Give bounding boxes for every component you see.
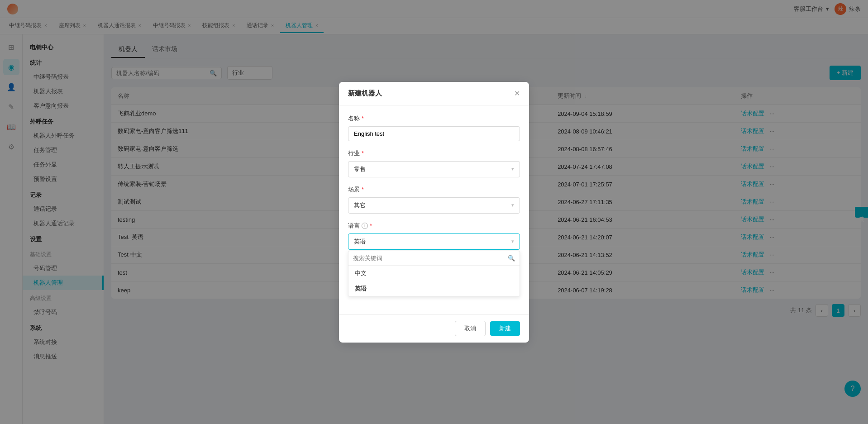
language-form-group: 语言 i * 英语 ▾ 🔍 中文 英语: [348, 222, 520, 297]
search-icon: 🔍: [508, 255, 515, 262]
industry-form-group: 行业 * 零售 ▾: [348, 149, 520, 177]
dropdown-search-input[interactable]: [353, 255, 508, 262]
scene-form-group: 场景 * 其它 ▾: [348, 186, 520, 214]
cancel-button[interactable]: 取消: [455, 321, 486, 336]
industry-select-dropdown[interactable]: 零售 ▾: [348, 161, 520, 177]
required-star: *: [370, 222, 372, 229]
name-input[interactable]: [348, 126, 520, 141]
industry-label: 行业 *: [348, 149, 520, 157]
language-label: 语言 i *: [348, 222, 520, 230]
modal-body: 名称 * 行业 * 零售 ▾ 场景 *: [339, 105, 529, 314]
scene-label: 场景 *: [348, 186, 520, 194]
name-form-group: 名称 *: [348, 114, 520, 141]
required-star: *: [362, 150, 364, 157]
language-select-dropdown[interactable]: 英语 ▾: [348, 233, 520, 250]
dropdown-item-english[interactable]: 英语: [348, 281, 520, 296]
modal-overlay[interactable]: 新建机器人 ✕ 名称 * 行业 * 零售 ▾: [0, 0, 868, 424]
dropdown-item-chinese[interactable]: 中文: [348, 266, 520, 281]
submit-button[interactable]: 新建: [490, 321, 520, 336]
language-dropdown-panel: 🔍 中文 英语: [348, 251, 520, 297]
required-star: *: [362, 186, 364, 193]
chevron-down-icon: ▾: [511, 238, 514, 244]
chevron-down-icon: ▾: [511, 202, 514, 208]
info-icon[interactable]: i: [362, 223, 368, 229]
chevron-down-icon: ▾: [511, 166, 514, 172]
modal-footer: 取消 新建: [339, 314, 529, 343]
modal-header: 新建机器人 ✕: [339, 82, 529, 105]
dropdown-search: 🔍: [348, 251, 520, 266]
required-star: *: [362, 115, 364, 122]
name-label: 名称 *: [348, 114, 520, 123]
modal-close-button[interactable]: ✕: [514, 89, 520, 98]
language-dropdown-container: 英语 ▾ 🔍 中文 英语: [348, 233, 520, 297]
scene-select-dropdown[interactable]: 其它 ▾: [348, 197, 520, 214]
modal-title: 新建机器人: [348, 89, 382, 98]
create-robot-modal: 新建机器人 ✕ 名称 * 行业 * 零售 ▾: [339, 82, 529, 343]
